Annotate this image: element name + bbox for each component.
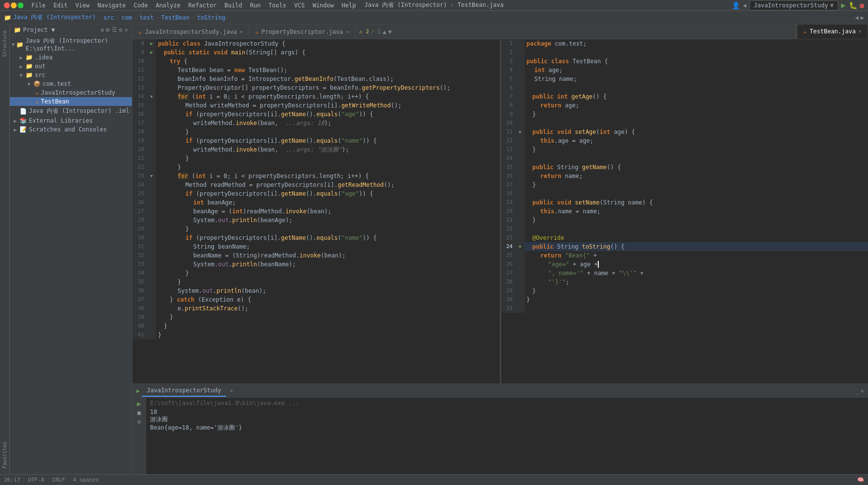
debug-button[interactable]: 🐛 [849, 1, 857, 9]
r-gutter-25 [516, 251, 525, 260]
statusbar-line-sep[interactable]: CRLF [52, 477, 65, 483]
code-line-38: 38 e.printStackTrace(); [132, 304, 500, 313]
run-restart-icon[interactable]: ▶ [137, 400, 141, 408]
menu-window[interactable]: Window [308, 1, 337, 10]
structure-tab[interactable]: Structure [1, 26, 8, 61]
run-tab-close[interactable]: ✕ [230, 388, 233, 393]
tab-java-introspector[interactable]: ☕ JavaIntrospectorStudy.java ✕ [132, 25, 249, 39]
fold-icon-23[interactable]: ▼ [150, 172, 153, 180]
gutter-35 [147, 278, 156, 286]
line-content-27: beanAge = (int)readMethod.invoke(bean); [156, 207, 500, 216]
tree-item-root[interactable]: ▼ 📁 Java 内省 (Introspector) E:\soft\Int..… [10, 36, 132, 53]
src-label: src [35, 72, 46, 78]
menu-tools[interactable]: Tools [265, 1, 290, 10]
r-gutter-1 [516, 39, 525, 48]
line-content-19: if (propertyDescriptors[i].getName().equ… [156, 136, 500, 145]
r-gutter-2 [516, 48, 525, 57]
r-line-num-10: 10 [501, 119, 516, 128]
nav-class[interactable]: TestBean [161, 14, 190, 21]
close-button[interactable] [4, 2, 10, 8]
sidebar-settings-icon[interactable]: ⚙ [101, 26, 104, 33]
warning-icon: ⚠ 2 [359, 28, 369, 35]
tree-item-package[interactable]: ▼ 📦 com.test [10, 79, 132, 88]
menu-vcs[interactable]: VCS [290, 1, 309, 10]
menu-run[interactable]: Run [246, 1, 265, 10]
gutter-30 [147, 233, 156, 242]
tab3-icon: ☕ [803, 28, 807, 35]
menu-file[interactable]: File [27, 1, 50, 10]
tree-item-scratches[interactable]: ▶ 📝 Scratches and Consoles [10, 125, 132, 134]
gutter-8[interactable]: ▶ [147, 39, 156, 48]
line-num-31: 31 [132, 242, 147, 251]
code-line-34: 34 } [132, 269, 500, 278]
menu-code[interactable]: Code [130, 1, 152, 10]
menu-navigate[interactable]: Navigate [94, 1, 130, 10]
nav-test[interactable]: test [140, 14, 154, 21]
sidebar-compact-icon[interactable]: ☰ [112, 26, 117, 33]
tab1-close[interactable]: ✕ [240, 29, 243, 34]
gutter-9[interactable]: ▶ [147, 48, 156, 57]
run-button[interactable]: ▶ [841, 0, 846, 10]
menu-build[interactable]: Build [221, 1, 246, 10]
minimize-button[interactable] [11, 2, 17, 8]
tree-item-java1[interactable]: ☕ JavaIntrospectorStudy [10, 88, 132, 97]
nav-up[interactable]: ▲ [383, 28, 386, 35]
tree-item-extlibs[interactable]: ▶ 📚 External Libraries [10, 116, 132, 125]
tab-property-descriptor[interactable]: ☕ PropertyDescriptor.java ✕ [249, 25, 355, 39]
nav-forward-icon[interactable]: ▶ [861, 14, 864, 21]
nav-method[interactable]: toString [197, 14, 226, 21]
run-gutter-icon[interactable]: ▶ [150, 39, 153, 48]
run-config-dropdown[interactable]: ▼ [830, 2, 834, 9]
run-stop-icon[interactable]: ■ [137, 409, 141, 416]
sidebar-layout-icon[interactable]: ⊞ [106, 26, 109, 33]
nav-com[interactable]: com [122, 14, 132, 21]
nav-back-icon[interactable]: ◀ [855, 14, 859, 21]
r-gutter-23 [516, 233, 525, 242]
line-num-12: 12 [132, 75, 147, 83]
stop-button[interactable]: ■ [860, 1, 864, 9]
r-line-num-23: 23 [501, 233, 516, 242]
maximize-button[interactable] [18, 2, 24, 8]
tab3-close[interactable]: ✕ [859, 28, 862, 34]
fold-icon-14[interactable]: ▼ [150, 92, 153, 101]
run-settings-icon[interactable]: ⚙ [137, 418, 141, 425]
sidebar-close-icon[interactable]: ✕ [125, 26, 128, 33]
r-line-num-15: 15 [501, 163, 516, 172]
tree-item-src[interactable]: ▼ 📁 src [10, 71, 132, 79]
menu-view[interactable]: View [72, 1, 94, 10]
tree-item-iml[interactable]: 📄 Java 内省 (Introspector) .iml [10, 106, 132, 116]
idea-icon: 📁 [26, 54, 33, 61]
favorites-tab[interactable]: Favorites [1, 438, 8, 472]
nav-down[interactable]: ▼ [388, 28, 392, 35]
package-label: com.test [43, 80, 71, 87]
run-panel-tab[interactable]: JavaIntrospectorStudy [142, 385, 226, 397]
nav-project[interactable]: Java 内省 (Introspector) [13, 13, 96, 22]
nav-src[interactable]: src [103, 14, 114, 21]
r-line-content-20: this.name = name; [525, 207, 868, 216]
left-code-panel[interactable]: 8 ▶ public class JavaIntrospectorStudy {… [132, 39, 501, 383]
tab-testbean[interactable]: ☕ TestBean.java ✕ [797, 25, 868, 39]
run-gutter-9[interactable]: ▶ [150, 48, 153, 57]
r-line-num-30: 30 [501, 295, 516, 304]
r-line-num-7: 7 [501, 92, 516, 101]
gutter-23[interactable]: ▼ [147, 172, 156, 180]
statusbar-encoding[interactable]: UTF-8 [28, 477, 44, 483]
account-icon[interactable]: 👤 [732, 1, 740, 9]
line-num-32: 32 [132, 251, 147, 260]
run-panel-minimize[interactable]: _ [855, 387, 859, 394]
gutter-14[interactable]: ▼ [147, 92, 156, 101]
tree-item-out[interactable]: ▶ 📁 out [10, 62, 132, 71]
menu-edit[interactable]: Edit [50, 1, 72, 10]
tree-item-testbean[interactable]: ☕ TestBean [10, 97, 132, 106]
sidebar-title[interactable]: Project ▼ [23, 26, 55, 33]
menu-refactor[interactable]: Refactor [184, 1, 221, 10]
run-panel-close[interactable]: ✕ [861, 387, 864, 394]
menu-analyze[interactable]: Analyze [152, 1, 184, 10]
back-icon[interactable]: ◀ [743, 2, 746, 9]
menu-help[interactable]: Help [338, 1, 360, 10]
statusbar-indent[interactable]: 4 spaces [73, 477, 99, 483]
right-code-panel[interactable]: 1 package com.test; 2 3 public c [501, 39, 868, 383]
tree-item-idea[interactable]: ▶ 📁 .idea [10, 53, 132, 62]
sidebar-gear-icon[interactable]: ⚙ [119, 26, 123, 33]
tab2-close[interactable]: ✕ [346, 29, 349, 34]
